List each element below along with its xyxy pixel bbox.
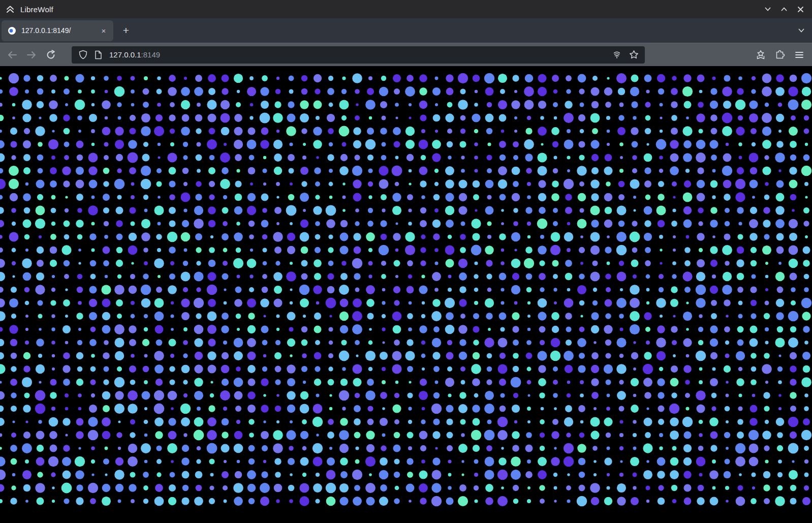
- tab-title: 127.0.0.1:8149/: [21, 26, 98, 35]
- title-bar: LibreWolf: [0, 0, 812, 18]
- url-port: :8149: [141, 50, 161, 59]
- navbar-right-icons: [750, 46, 808, 64]
- url-host: 127.0.0.1: [109, 50, 141, 59]
- page-content: [0, 66, 812, 523]
- close-window-button[interactable]: [793, 2, 808, 17]
- list-all-tabs-button[interactable]: [794, 23, 809, 38]
- tracking-protection-shield-icon[interactable]: [79, 50, 87, 59]
- new-tab-button[interactable]: +: [118, 23, 134, 38]
- bookmarks-button[interactable]: [752, 46, 769, 64]
- fingerprint-protection-icon[interactable]: [612, 50, 622, 60]
- reload-button[interactable]: [42, 46, 59, 64]
- tab-close-icon[interactable]: ×: [98, 25, 109, 36]
- browser-window: LibreWolf 127.0.0.1:8: [0, 0, 812, 523]
- navigation-bar: 127.0.0.1:8149: [0, 43, 812, 66]
- back-button[interactable]: [4, 46, 21, 64]
- minimize-button[interactable]: [760, 2, 775, 17]
- dot-grid-canvas: [0, 66, 812, 523]
- url-text[interactable]: 127.0.0.1:8149: [109, 50, 612, 59]
- tab-127-0-0-1[interactable]: 127.0.0.1:8149/ ×: [2, 20, 113, 41]
- page-info-icon[interactable]: [95, 50, 102, 59]
- maximize-button[interactable]: [776, 2, 792, 17]
- tab-favicon-icon: [8, 26, 16, 35]
- hamburger-menu-icon[interactable]: [791, 46, 808, 64]
- url-bar[interactable]: 127.0.0.1:8149: [72, 46, 645, 64]
- window-title: LibreWolf: [20, 5, 53, 14]
- forward-button[interactable]: [23, 46, 40, 64]
- tab-bar: 127.0.0.1:8149/ × +: [0, 18, 812, 43]
- bookmark-star-icon[interactable]: [629, 50, 639, 59]
- double-chevron-up-icon: [5, 5, 15, 14]
- extensions-puzzle-icon[interactable]: [771, 46, 789, 64]
